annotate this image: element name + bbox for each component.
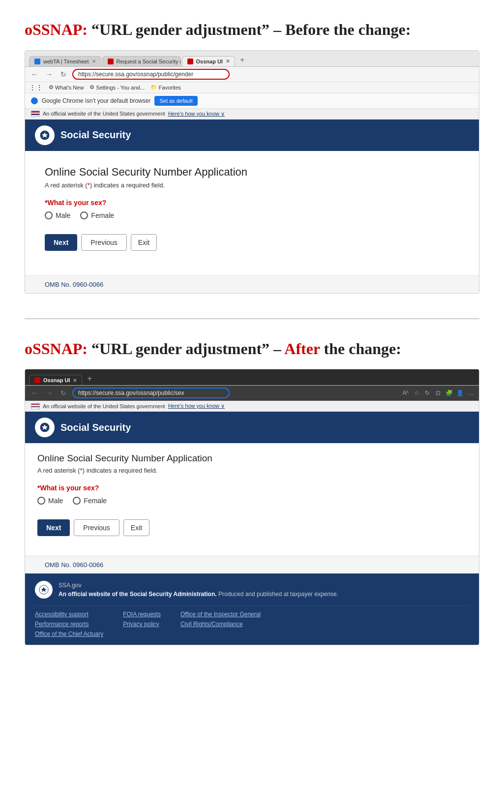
ssa-logo-after: [35, 418, 55, 437]
tab-favicon-ossnap: [187, 59, 193, 64]
tab-close-after[interactable]: ✕: [73, 378, 77, 383]
profile-icon[interactable]: 👤: [455, 389, 464, 397]
chrome-logo-icon: [31, 97, 38, 104]
new-tab-button[interactable]: +: [236, 54, 248, 66]
radio-female-after[interactable]: Female: [73, 497, 107, 505]
ssa-content-before: Online Social Security Number Applicatio…: [25, 151, 479, 275]
required-note-before: A red asterisk (*) indicates a required …: [45, 181, 459, 189]
address-bar-before: ← → ↻ https://secure.ssa.gov/ossnap/publ…: [25, 67, 479, 82]
url-input-after[interactable]: https://secure.ssa.gov/ossnap/public/sex: [72, 388, 230, 398]
browser-tab-webtA[interactable]: webTA | Timesheet ✕: [29, 56, 101, 66]
osssnap-label-before: oSSNAP:: [25, 21, 88, 38]
section-before: oSSNAP: “URL gender adjustment” – Before…: [25, 20, 479, 294]
previous-button-after[interactable]: Previous: [74, 519, 119, 536]
ssa-page-title-before: Online Social Security Number Applicatio…: [45, 166, 459, 179]
section-after: oSSNAP: “URL gender adjustment” – After …: [25, 339, 479, 646]
ssa-buttons-before: Next Previous Exit: [45, 234, 459, 251]
notification-text-before: Google Chrome isn’t your default browser: [42, 97, 150, 104]
apps-icon[interactable]: ⋮⋮: [29, 84, 43, 91]
heading-before: oSSNAP: “URL gender adjustment” – Before…: [25, 20, 479, 40]
ssa-header-before: Social Security: [25, 120, 479, 151]
footer-link-inspector[interactable]: Office of the Inspector General: [180, 611, 261, 618]
next-button-before[interactable]: Next: [45, 234, 77, 251]
ssa-header-after: Social Security: [25, 412, 479, 443]
ssa-header-title-after: Social Security: [60, 422, 131, 433]
extensions-icon[interactable]: 🧩: [445, 389, 453, 397]
bookmark-settings[interactable]: ⚙ Settings - You and...: [89, 84, 144, 90]
tab-label-request: Request a Social Security num...: [117, 59, 181, 64]
browser-before: webTA | Timesheet ✕ Request a Social Sec…: [25, 50, 479, 294]
footer-link-privacy[interactable]: Privacy policy: [123, 621, 161, 628]
refresh-icon-edge[interactable]: ↻: [423, 389, 432, 397]
gov-banner-text-before: An official website of the United States…: [43, 111, 165, 117]
footer-link-accessibility[interactable]: Accessibility support: [35, 611, 103, 618]
radio-male-before[interactable]: Male: [45, 211, 70, 219]
radio-female-circle-after: [73, 497, 81, 505]
folder-icon: 📁: [150, 84, 157, 90]
ssa-buttons-after: Next Previous Exit: [37, 519, 467, 536]
browser-tab-ossnap-after[interactable]: Ossnap UI ✕: [29, 375, 82, 385]
heading-before-rest: “URL gender adjustment” – Before the cha…: [91, 21, 411, 38]
notification-bar-before: Google Chrome isn’t your default browser…: [25, 93, 479, 109]
bookmark-whatsnew[interactable]: ⚙ What's New: [49, 84, 84, 90]
browser-chrome-after: Ossnap UI ✕ +: [25, 369, 479, 386]
radio-male-circle-before: [45, 211, 53, 219]
tab-label-ossnap: Ossnap UI: [196, 59, 223, 64]
set-default-button[interactable]: Set as default: [154, 96, 197, 106]
dark-footer-links: Accessibility support Performance report…: [35, 605, 469, 637]
footer-link-foia[interactable]: FOIA requests: [123, 611, 161, 618]
exit-button-after[interactable]: Exit: [123, 519, 149, 536]
heading-after-middle: “URL gender adjustment” –: [91, 340, 281, 358]
footer-link-civil-rights[interactable]: Civil Rights/Compliance: [180, 621, 261, 628]
new-tab-button-after[interactable]: +: [83, 372, 95, 385]
sex-radio-group-after: Male Female: [37, 497, 467, 505]
dark-footer-top: SSA.gov An official website of the Socia…: [35, 581, 469, 599]
osssnap-label-after: oSSNAP:: [25, 340, 88, 358]
ssa-page-title-after: Online Social Security Number Applicatio…: [37, 453, 467, 464]
footer-link-chief-actuary[interactable]: Office of the Chief Actuary: [35, 631, 103, 637]
previous-button-before[interactable]: Previous: [81, 234, 126, 251]
footer-link-performance[interactable]: Performance reports: [35, 621, 103, 628]
dark-footer-logo: [35, 581, 53, 599]
browser-tab-icon[interactable]: ⊡: [434, 389, 443, 397]
exit-button-before[interactable]: Exit: [131, 234, 157, 251]
forward-button-before[interactable]: →: [44, 69, 55, 79]
radio-male-after[interactable]: Male: [37, 497, 63, 505]
tab-favicon-after: [34, 377, 40, 383]
gov-banner-text-after: An official website of the United States…: [43, 403, 165, 409]
gov-banner-link-after[interactable]: Here’s how you know ∨: [168, 403, 225, 409]
browser-tabs-before: webTA | Timesheet ✕ Request a Social Sec…: [29, 54, 475, 66]
tab-close-ossnap[interactable]: ✕: [226, 59, 230, 64]
tab-label-after: Ossnap UI: [43, 377, 70, 383]
heading-after-end: the change:: [324, 340, 401, 358]
gov-banner-link-before[interactable]: Here’s how you know ∨: [168, 111, 225, 117]
favorites-icon[interactable]: ☆: [412, 389, 421, 397]
refresh-button-after[interactable]: ↻: [59, 388, 68, 398]
radio-male-circle-after: [37, 497, 45, 505]
browser-tab-ossnap[interactable]: Ossnap UI ✕: [182, 56, 235, 66]
url-input-before[interactable]: https://secure.ssa.gov/ossnap/public/gen…: [72, 69, 230, 80]
back-button-after[interactable]: ←: [29, 388, 40, 398]
url-text-before: https://secure.ssa.gov/ossnap/public/gen…: [78, 71, 193, 78]
bookmarks-bar-before: ⋮⋮ ⚙ What's New ⚙ Settings - You and... …: [25, 82, 479, 93]
url-text-after: https://secure.ssa.gov/ossnap/public/sex: [78, 390, 184, 396]
heading-after: oSSNAP: “URL gender adjustment” – After …: [25, 339, 479, 360]
forward-button-after[interactable]: →: [44, 388, 55, 398]
next-button-after[interactable]: Next: [37, 519, 70, 536]
section-divider: [25, 318, 479, 319]
omb-footer-before: OMB No. 0960-0066: [25, 275, 479, 293]
radio-female-before[interactable]: Female: [80, 211, 114, 219]
footer-col-3: Office of the Inspector General Civil Ri…: [180, 611, 261, 637]
browser-tab-request[interactable]: Request a Social Security num... ✕: [102, 56, 181, 66]
more-icon[interactable]: …: [466, 389, 475, 397]
read-mode-icon[interactable]: Aᴬ: [401, 389, 410, 397]
footer-col-2: FOIA requests Privacy policy: [123, 611, 161, 637]
tab-close-webta[interactable]: ✕: [92, 59, 96, 64]
ssa-dark-footer: SSA.gov An official website of the Socia…: [25, 573, 479, 645]
official-text-rest: Produced and published at taxpayer expen…: [218, 591, 338, 598]
back-button-before[interactable]: ←: [29, 69, 40, 79]
refresh-button-before[interactable]: ↻: [59, 69, 68, 79]
bookmark-favorites[interactable]: 📁 Favorites: [150, 84, 181, 90]
ssa-header-title-before: Social Security: [60, 129, 131, 141]
tab-favicon-webta: [34, 59, 40, 64]
